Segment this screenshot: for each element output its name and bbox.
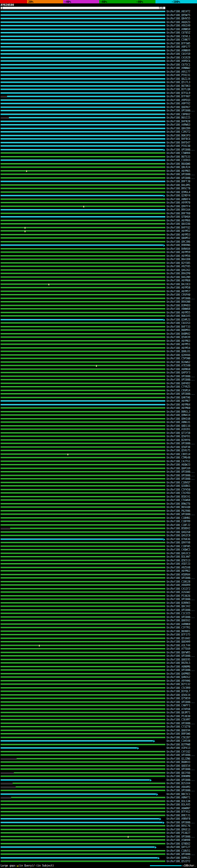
hit-bar[interactable] xyxy=(1,326,165,328)
hit-label[interactable]: UniRef100_C4QWC5 xyxy=(167,548,190,552)
hit-bar[interactable] xyxy=(1,751,165,752)
hit-bar[interactable] xyxy=(1,521,165,522)
hit-bar[interactable] xyxy=(1,149,163,151)
hit-bar[interactable] xyxy=(1,64,165,66)
hit-bar[interactable] xyxy=(1,556,165,558)
hit-bar[interactable] xyxy=(1,510,165,512)
hit-label[interactable]: UniRef100_A7TE69 xyxy=(167,648,190,651)
hit-bar[interactable] xyxy=(1,443,165,444)
hit-label[interactable]: UniRef100_B5DDV2 xyxy=(167,527,190,530)
hit-label[interactable]: UniRef100_A3P413 xyxy=(167,747,190,750)
hit-bar[interactable] xyxy=(1,716,165,717)
hit-bar[interactable] xyxy=(1,670,165,671)
hit-label[interactable]: UniRef100_Q9HIU8 xyxy=(167,417,190,421)
hit-label[interactable]: UniRef100_B9X164 xyxy=(167,209,190,212)
hit-label[interactable]: UniRef100_Q4KTH6 xyxy=(167,396,190,399)
hit-label[interactable]: UniRef100_C6SYS9 xyxy=(167,53,190,56)
hit-label[interactable]: UniRef100_P59230 xyxy=(167,145,190,148)
hit-bar[interactable] xyxy=(1,645,165,646)
hit-label[interactable]: UniRef100_C5E4M7 xyxy=(167,718,190,721)
hit-label[interactable]: UniRef100_C4JTG1 xyxy=(167,460,190,463)
hit-bar[interactable] xyxy=(1,245,163,246)
hit-bar[interactable] xyxy=(1,754,165,756)
hit-bar[interactable] xyxy=(1,698,165,699)
hit-bar[interactable] xyxy=(1,333,165,335)
hit-bar[interactable] xyxy=(1,577,165,579)
hit-label[interactable]: UniRef100_A9UDR9 xyxy=(167,584,190,587)
hit-label[interactable]: UniRef100_UPI000... xyxy=(167,109,195,113)
hit-bar[interactable] xyxy=(1,354,165,356)
hit-bar[interactable] xyxy=(1,846,155,848)
hit-bar[interactable] xyxy=(1,794,156,795)
hit-label[interactable]: UniRef100_B9WJT6 xyxy=(167,502,190,505)
hit-label[interactable]: UniRef100_B3TLQ8 xyxy=(167,88,190,91)
hit-label[interactable]: UniRef100_B8C5C1 xyxy=(167,793,190,796)
hit-label[interactable]: UniRef100_B7F907 xyxy=(167,95,190,98)
hit-label[interactable]: UniRef100_UPI000... xyxy=(167,835,195,838)
hit-bar[interactable] xyxy=(1,815,165,816)
hit-bar[interactable] xyxy=(1,454,165,455)
hit-label[interactable]: UniRef100_Q1HRJ3 xyxy=(167,318,190,321)
hit-bar[interactable] xyxy=(1,46,165,48)
hit-label[interactable]: UniRef100_C1MJT2 xyxy=(167,130,190,134)
hit-bar[interactable] xyxy=(1,252,165,253)
hit-label[interactable]: UniRef100_B9AZP0 xyxy=(167,272,190,275)
hit-label[interactable]: UniRef100_Q56P38 xyxy=(167,446,190,449)
hit-label[interactable]: UniRef100_UPI000... xyxy=(167,701,195,704)
hit-bar[interactable] xyxy=(1,531,165,533)
hit-label[interactable]: UniRef100_B7FGL9 xyxy=(167,92,190,95)
hit-bar[interactable] xyxy=(1,517,165,519)
hit-bar[interactable] xyxy=(1,131,165,133)
hit-bar[interactable] xyxy=(1,801,165,802)
hit-bar[interactable] xyxy=(1,379,165,380)
hit-bar[interactable] xyxy=(1,121,165,122)
hit-label[interactable]: UniRef100_A6YM62 xyxy=(167,570,190,573)
hit-label[interactable]: UniRef100_B9P3W6 xyxy=(167,733,190,736)
hit-label[interactable]: UniRef100_A7APU8 xyxy=(167,708,190,711)
hit-bar[interactable] xyxy=(1,128,165,129)
hit-bar[interactable] xyxy=(1,294,165,296)
hit-label[interactable]: UniRef100_C5FH50 xyxy=(167,488,190,491)
hit-label[interactable]: UniRef100_C1BU51 xyxy=(167,849,190,852)
hit-bar[interactable] xyxy=(1,652,165,653)
hit-bar[interactable] xyxy=(1,811,165,813)
hit-label[interactable]: UniRef100_A9YM70 xyxy=(167,202,190,205)
hit-label[interactable]: UniRef100_A9PDC6 xyxy=(167,60,190,63)
hit-label[interactable]: UniRef100_C41929 xyxy=(167,56,190,59)
hit-bar[interactable] xyxy=(1,719,165,720)
hit-label[interactable]: UniRef100_B6SGQ0 xyxy=(167,506,190,509)
hit-bar[interactable] xyxy=(1,322,165,324)
hit-bar[interactable] xyxy=(1,92,165,94)
hit-bar[interactable] xyxy=(1,248,165,250)
hit-label[interactable]: UniRef100_UPI000... xyxy=(167,148,195,152)
hit-label[interactable]: UniRef100_C1BG28 xyxy=(167,581,190,584)
hit-bar[interactable] xyxy=(1,78,165,80)
hit-label[interactable]: UniRef100_Q56VJ4 xyxy=(167,694,190,697)
hit-bar[interactable] xyxy=(1,850,165,852)
hit-label[interactable]: UniRef100_B9KNM8 xyxy=(167,775,190,778)
hit-label[interactable]: UniRef100_A6YM58 xyxy=(167,286,190,289)
hit-label[interactable]: UniRef100_Q6FWR5 xyxy=(167,651,190,654)
hit-bar[interactable] xyxy=(1,206,165,207)
hit-bar[interactable] xyxy=(1,457,165,459)
hit-bar[interactable] xyxy=(1,861,165,862)
hit-label[interactable]: UniRef100_Q52ZY2 xyxy=(167,860,190,863)
hit-bar[interactable] xyxy=(1,301,165,303)
hit-label[interactable]: UniRef100_B4N4O4 xyxy=(167,248,190,251)
hit-bar[interactable] xyxy=(1,347,165,349)
hit-bar[interactable] xyxy=(1,779,150,781)
hit-label[interactable]: UniRef100_Q5E513 xyxy=(167,559,190,562)
hit-label[interactable]: UniRef100_B6T8K3 xyxy=(167,85,190,88)
hit-bar[interactable] xyxy=(1,492,165,494)
hit-bar[interactable] xyxy=(1,234,165,236)
hit-label[interactable]: UniRef100_Q2HX66 xyxy=(167,354,190,357)
hit-bar[interactable] xyxy=(1,638,165,639)
hit-label[interactable]: UniRef100_UPI000... xyxy=(167,177,195,180)
hit-bar[interactable] xyxy=(1,598,165,600)
hit-label[interactable]: UniRef100_C5P5N8 xyxy=(167,357,190,360)
hit-bar[interactable] xyxy=(1,166,165,168)
hit-label[interactable]: UniRef100_C1BFW5 xyxy=(167,545,190,548)
hit-label[interactable]: UniRef100_C1EDU3 xyxy=(167,159,190,162)
hit-label[interactable]: UniRef100_A6YM51 xyxy=(167,343,190,346)
hit-label[interactable]: UniRef100_A6YM68 xyxy=(167,279,190,282)
